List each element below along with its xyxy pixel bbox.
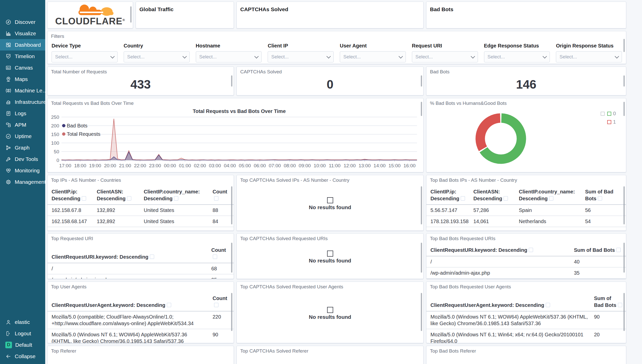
svg-text:23:00: 23:00 xyxy=(149,163,161,168)
table-row[interactable]: /wp-admin/admin-post.php16 xyxy=(426,278,626,279)
sidebar-item-discover[interactable]: Discover xyxy=(0,16,45,28)
sidebar-item-graph[interactable]: Graph xyxy=(0,142,45,153)
sort-checkbox-icon[interactable] xyxy=(616,248,621,252)
column-header-clientip-country-name-descending[interactable]: ClientIP.country_name:Descending xyxy=(141,184,210,205)
sort-checkbox-icon[interactable] xyxy=(82,196,86,201)
panel-scrollbar[interactable] xyxy=(421,243,422,273)
panel-scrollbar[interactable] xyxy=(623,75,625,87)
column-header-clientip-ip-descending[interactable]: ClientIP.ip:Descending xyxy=(47,184,94,205)
panel-title: Top Bad Bots Referer xyxy=(426,346,626,355)
column-header-count[interactable]: Count xyxy=(210,290,234,311)
legend-color-square-icon[interactable] xyxy=(607,112,611,116)
sidebar-item-monitoring[interactable]: Monitoring xyxy=(0,165,45,176)
table-row[interactable]: /wp-admin/admin-ajax.php35 xyxy=(47,274,234,279)
table-row[interactable]: 162.158.67.8132,892United States88 xyxy=(47,205,234,216)
column-header-clientrequesturi-keyword-descending[interactable]: ClientRequestURI.keyword: Descending xyxy=(47,242,209,263)
legend-filter-square-icon[interactable] xyxy=(601,112,605,116)
table-row[interactable]: Mozilla/5.0 (compatible; CloudFlare-Alwa… xyxy=(47,311,234,329)
sort-checkbox-icon[interactable] xyxy=(127,196,131,201)
column-header-clientip-ip-descending[interactable]: ClientIP.ip:Descending xyxy=(426,184,471,205)
column-header-clientrequestuseragent-keyword-descending[interactable]: ClientRequestUserAgent.keyword: Descendi… xyxy=(426,290,591,311)
sidebar-item-visualize[interactable]: Visualize xyxy=(0,28,45,39)
sidebar-item-apm[interactable]: APM xyxy=(0,119,45,130)
column-header-clientrequestuseragent-keyword-descending[interactable]: ClientRequestUserAgent.keyword: Descendi… xyxy=(47,290,210,311)
legend-color-square-icon[interactable] xyxy=(607,120,611,124)
filter-select-device-type[interactable]: Select... xyxy=(52,51,118,62)
panel-scrollbar[interactable] xyxy=(231,293,232,331)
panel-scrollbar[interactable] xyxy=(231,243,232,273)
panel-scrollbar[interactable] xyxy=(231,75,232,87)
table-row[interactable]: /68 xyxy=(47,263,234,274)
sidebar-item-management[interactable]: Management xyxy=(0,176,45,188)
panel-scrollbar[interactable] xyxy=(130,6,132,23)
column-header-clientrequesturi-keyword-descending[interactable]: ClientRequestURI.keyword: Descending xyxy=(426,242,571,256)
column-header-sum-of-bad-bots[interactable]: Sum of Bad Bots xyxy=(571,242,626,256)
sort-checkbox-icon[interactable] xyxy=(150,255,154,259)
table-row[interactable]: 5.56.57.14757,286Spain56 xyxy=(426,205,626,216)
table-row[interactable]: /40 xyxy=(426,256,626,267)
sidebar-item-dev-tools[interactable]: Dev Tools xyxy=(0,153,45,165)
column-header-clientip-country-name-descending[interactable]: ClientIP.country_name:Descending xyxy=(516,184,583,205)
line-chart[interactable]: 05010015020025017:0018:0019:0020:0021:00… xyxy=(47,107,423,172)
donut-chart[interactable] xyxy=(426,107,626,172)
sort-checkbox-icon[interactable] xyxy=(504,196,508,201)
sidebar-item-logs[interactable]: Logs xyxy=(0,108,45,119)
table-row[interactable]: 5.56.57.14757,286Spain56 xyxy=(47,227,234,231)
table-row[interactable]: Mozilla/5.0 (Windows NT 6.1; WOW64) Appl… xyxy=(426,311,626,329)
filter-select-country[interactable]: Select... xyxy=(124,51,190,62)
sort-checkbox-icon[interactable] xyxy=(549,196,553,201)
sort-checkbox-icon[interactable] xyxy=(618,303,622,307)
column-header-clientasn-descending[interactable]: ClientASN:Descending xyxy=(94,184,141,205)
user-icon xyxy=(5,319,11,325)
sort-checkbox-icon[interactable] xyxy=(174,196,178,201)
sidebar-item-canvas[interactable]: Canvas xyxy=(0,62,45,73)
sidebar-footer-collapse[interactable]: Collapse xyxy=(0,351,45,362)
sort-checkbox-icon[interactable] xyxy=(529,248,533,252)
panel-scrollbar[interactable] xyxy=(623,293,625,331)
table-row[interactable]: Mozilla/5.0 (Windows NT 6.1; WOW64) Appl… xyxy=(47,329,234,343)
panel-scrollbar[interactable] xyxy=(231,186,232,224)
sidebar-item-infrastructure[interactable]: Infrastructure xyxy=(0,96,45,108)
table-row[interactable]: 128.32.162.14525United States2 xyxy=(426,227,626,231)
panel-scrollbar[interactable] xyxy=(623,39,625,52)
sidebar-footer-default[interactable]: DDefault xyxy=(0,339,45,351)
filter-select-user-agent[interactable]: Select... xyxy=(340,51,406,62)
sidebar-item-timelion[interactable]: Timelion xyxy=(0,51,45,62)
table-row[interactable]: 162.158.68.147132,892United States84 xyxy=(47,216,234,227)
sort-checkbox-icon[interactable] xyxy=(213,255,217,259)
sidebar-footer-elastic[interactable]: elastic xyxy=(0,316,45,328)
sort-checkbox-icon[interactable] xyxy=(167,303,171,307)
filter-select-origin-response-status[interactable]: Select... xyxy=(556,51,622,62)
sidebar-footer-logout[interactable]: Logout xyxy=(0,328,45,339)
table-row[interactable]: 178.128.193.15814,061Netherlands54 xyxy=(426,216,626,227)
column-header-count[interactable]: Count xyxy=(209,242,234,263)
sidebar-item-machine-le[interactable]: Machine Le… xyxy=(0,85,45,96)
filter-select-hostname[interactable]: Select... xyxy=(196,51,262,62)
sort-checkbox-icon[interactable] xyxy=(214,303,218,307)
table-row[interactable]: /wp-admin/admin-ajax.php35 xyxy=(426,267,626,278)
sort-checkbox-icon[interactable] xyxy=(214,196,218,201)
sort-checkbox-icon[interactable] xyxy=(598,196,602,201)
pie-legend-item-0[interactable]: 0 xyxy=(598,109,616,118)
table-row[interactable]: Mozilla/5.0 (Windows NT 6.1; Win64; x64;… xyxy=(426,329,626,343)
panel-scrollbar[interactable] xyxy=(421,186,422,224)
sidebar-item-maps[interactable]: Maps xyxy=(0,73,45,85)
pie-legend-item-1[interactable]: 1 xyxy=(598,118,616,126)
sidebar-item-dashboard[interactable]: Dashboard xyxy=(0,39,45,51)
panel-scrollbar[interactable] xyxy=(623,186,625,224)
column-header-sum-of-bad-bots[interactable]: Sum ofBad Bots xyxy=(591,290,626,311)
sort-checkbox-icon[interactable] xyxy=(461,196,465,201)
panel-scrollbar[interactable] xyxy=(623,102,625,116)
filter-select-client-ip[interactable]: Select... xyxy=(268,51,334,62)
column-header-sum-of-bad-bots[interactable]: Sum of BadBots xyxy=(583,184,626,205)
filter-select-request-uri[interactable]: Select... xyxy=(412,51,478,62)
filter-select-edge-response-status[interactable]: Select... xyxy=(484,51,550,62)
column-header-clientasn-descending[interactable]: ClientASN:Descending xyxy=(471,184,516,205)
column-header-count[interactable]: Count xyxy=(210,184,234,205)
sort-checkbox-icon[interactable] xyxy=(546,303,550,307)
panel-scrollbar[interactable] xyxy=(623,243,625,273)
panel-scrollbar[interactable] xyxy=(421,102,422,116)
sidebar-item-uptime[interactable]: Uptime xyxy=(0,130,45,142)
panel-scrollbar[interactable] xyxy=(421,75,422,87)
panel-scrollbar[interactable] xyxy=(421,293,422,331)
